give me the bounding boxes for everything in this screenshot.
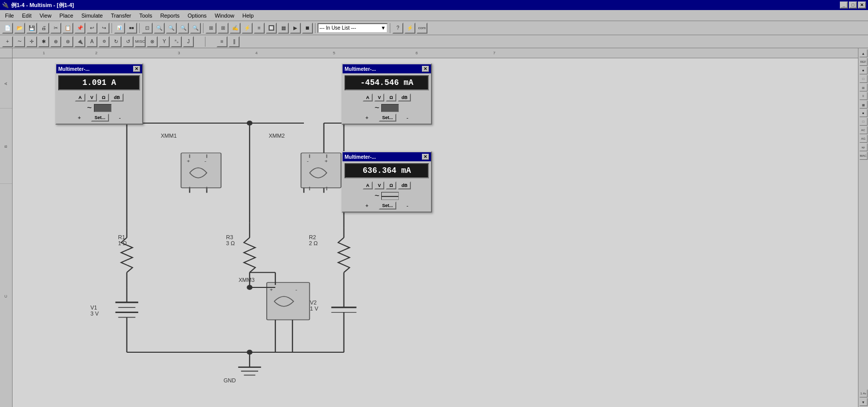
menu-edit[interactable]: Edit — [18, 12, 36, 20]
print-button[interactable]: 🖨 — [38, 23, 49, 34]
place-node[interactable]: ✛ — [26, 36, 37, 47]
paste-button[interactable]: 📌 — [74, 23, 85, 34]
meter-1-btn-a[interactable]: A — [75, 93, 85, 101]
meter-window-2[interactable]: Multimeter-... ✕ -454.546 mA A V Ω dB ~ … — [342, 63, 432, 125]
meter-3-wave-btn[interactable]: ~ — [375, 191, 379, 200]
place-wire[interactable]: + — [2, 36, 13, 47]
ruler-mark-3: 3 — [178, 51, 180, 55]
zoom-out-button[interactable]: 🔍 — [178, 23, 189, 34]
help-button[interactable]: ? — [392, 23, 403, 34]
stop-button[interactable]: ⏹ — [302, 23, 313, 34]
meter-3-btn-v[interactable]: V — [374, 181, 384, 189]
place-misc[interactable]: ⚙ — [98, 36, 110, 47]
bus-button[interactable]: ≡ — [254, 23, 265, 34]
meter-1-btn-ohm[interactable]: Ω — [98, 93, 109, 101]
meter-2-wave-btn[interactable]: ~ — [375, 104, 379, 113]
place-net[interactable]: ✱ — [38, 36, 49, 47]
annotate-button[interactable]: ✍ — [230, 23, 241, 34]
place-rotate-cw[interactable]: ↻ — [111, 36, 122, 47]
zoom-in2-button[interactable]: 🔍 — [166, 23, 177, 34]
menu-file[interactable]: File — [1, 12, 18, 20]
meter-2-close[interactable]: ✕ — [422, 66, 429, 72]
place-rotate-ccw[interactable]: ↺ — [123, 36, 134, 47]
place-bus[interactable]: 〜 — [14, 36, 25, 47]
hierarchy-button[interactable]: 🔲 — [266, 23, 277, 34]
copy-button[interactable]: 📋 — [62, 23, 73, 34]
meter-2-btn-a[interactable]: A — [363, 93, 373, 101]
meter-2-btn-ohm[interactable]: Ω — [386, 93, 396, 101]
meter-1-btn-v[interactable]: V — [87, 93, 97, 101]
meter-3-btn-db[interactable]: dB — [398, 181, 411, 189]
zoom-area-button[interactable]: ⊡ — [142, 23, 153, 34]
svg-text:-: - — [204, 158, 206, 164]
meter-window-3[interactable]: Multimeter-... ✕ 636.364 mA A V Ω dB ~ — [342, 151, 432, 213]
menu-options[interactable]: Options — [183, 12, 210, 20]
app-icon: 🔌 — [2, 2, 9, 9]
place-junction[interactable]: ⊕ — [50, 36, 61, 47]
menu-tools[interactable]: Tools — [135, 12, 156, 20]
rp-scroll-down[interactable]: ▼ — [859, 398, 867, 406]
redo-button[interactable]: ↪ — [98, 23, 110, 34]
label-xmm1: XMM1 — [161, 133, 177, 139]
meter-1-wave-btn[interactable]: ~ — [87, 104, 91, 113]
undo-button[interactable]: ↩ — [86, 23, 97, 34]
place-extra[interactable]: ⊗ — [147, 36, 158, 47]
menu-place[interactable]: Place — [55, 12, 77, 20]
menu-window[interactable]: Window — [210, 12, 238, 20]
meter-2-btn-db[interactable]: dB — [398, 93, 411, 101]
grid-button[interactable]: ⊞ — [218, 23, 229, 34]
meter-1-dc-btn[interactable] — [94, 104, 112, 112]
meter-1-btn-db[interactable]: dB — [111, 93, 124, 101]
canvas-wrapper: 1 2 3 4 5 6 7 — [13, 48, 858, 407]
new-button[interactable]: 📄 — [2, 23, 13, 34]
meter-2-titlebar[interactable]: Multimeter-... ✕ — [343, 64, 431, 73]
meter-3-dc-btn[interactable] — [381, 192, 399, 200]
meter-2-set-btn[interactable]: Set... — [379, 114, 397, 122]
zoom-fit-button[interactable]: 🔍 — [190, 23, 201, 34]
meter-1-titlebar[interactable]: Multimeter-... ✕ — [56, 64, 142, 73]
close-button[interactable]: ✕ — [858, 2, 866, 9]
meter-3-btn-a[interactable]: A — [363, 181, 373, 189]
netlist-button[interactable]: ▦ — [278, 23, 289, 34]
minimize-button[interactable]: _ — [840, 2, 848, 9]
dropdown-label: --- In Use List --- — [319, 25, 356, 31]
meter-window-1[interactable]: Multimeter-... ✕ 1.091 A A V Ω dB ~ + Se… — [55, 63, 143, 125]
menu-simulate[interactable]: Simulate — [77, 12, 107, 20]
wire-button[interactable]: ⚡ — [242, 23, 253, 34]
open-button[interactable]: 📂 — [14, 23, 25, 34]
electric-button[interactable]: ⚡ — [404, 23, 415, 34]
meter-3-close[interactable]: ✕ — [422, 154, 429, 160]
cut-button[interactable]: ✂ — [50, 23, 61, 34]
maximize-button[interactable]: □ — [849, 2, 857, 9]
place-connectors[interactable]: 🔌 — [74, 36, 85, 47]
menu-transfer[interactable]: Transfer — [107, 12, 136, 20]
rp-scroll-up[interactable]: ▲ — [859, 49, 867, 57]
place-hier[interactable]: ⊛ — [62, 36, 73, 47]
meter-3-set-btn[interactable]: Set... — [379, 201, 397, 210]
oscilloscope-button[interactable]: 📊 — [114, 23, 125, 34]
multimeter-button[interactable]: ■■ — [126, 23, 137, 34]
in-use-list-dropdown[interactable]: --- In Use List --- ▼ — [317, 23, 388, 33]
schematic-canvas[interactable]: + - - + + - — [13, 58, 858, 407]
place-ra[interactable]: ᴿₐ — [171, 36, 182, 47]
save-button[interactable]: 💾 — [26, 23, 37, 34]
zoom-in-button[interactable]: 🔍 — [154, 23, 165, 34]
menu-view[interactable]: View — [36, 12, 56, 20]
meter-1-close[interactable]: ✕ — [133, 66, 140, 72]
meter-3-titlebar[interactable]: Multimeter-... ✕ — [343, 152, 431, 161]
run-button[interactable]: ▶ — [290, 23, 301, 34]
component-button[interactable]: ⊞ — [205, 23, 216, 34]
meter-2-btn-v[interactable]: V — [374, 93, 384, 101]
place-y[interactable]: Y — [159, 36, 170, 47]
meter-1-set-btn[interactable]: Set... — [91, 114, 109, 122]
menu-help[interactable]: Help — [239, 12, 258, 20]
align-vert[interactable]: ‖ — [229, 36, 240, 47]
place-j[interactable]: J — [183, 36, 194, 47]
place-text[interactable]: A — [86, 36, 97, 47]
align-horiz[interactable]: ≡ — [216, 36, 228, 47]
menu-reports[interactable]: Reports — [156, 12, 184, 20]
misc-button2[interactable]: com — [416, 23, 427, 34]
meter-3-btn-ohm[interactable]: Ω — [386, 181, 396, 189]
meter-2-dc-btn[interactable] — [381, 104, 399, 112]
place-misc2[interactable]: MISC — [135, 36, 146, 47]
